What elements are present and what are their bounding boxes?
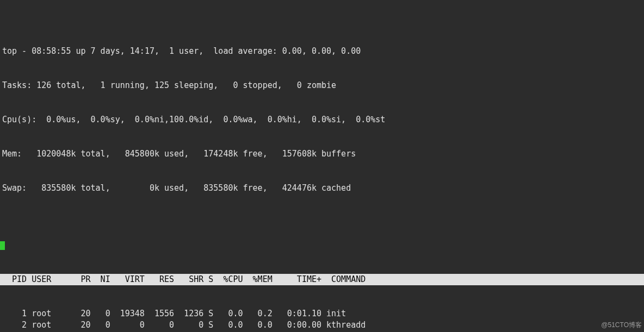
summary-tasks: Tasks: 126 total, 1 running, 125 sleepin… [2,80,644,91]
cursor-icon [0,241,5,250]
summary-mem: Mem: 1020048k total, 845800k used, 17424… [2,148,644,160]
summary-uptime: top - 08:58:55 up 7 days, 14:17, 1 user,… [2,46,644,57]
summary-swap: Swap: 835580k total, 0k used, 835580k fr… [2,183,644,194]
summary-cpu: Cpu(s): 0.0%us, 0.0%sy, 0.0%ni,100.0%id,… [2,114,644,126]
table-row: 1 root 20 0 19348 1556 1236 S 0.0 0.2 0:… [0,308,644,320]
summary-block: top - 08:58:55 up 7 days, 14:17, 1 user,… [0,23,644,217]
table-row: 2 root 20 0 0 0 0 S 0.0 0.0 0:00.00 kthr… [0,320,644,331]
process-table-header: PID USER PR NI VIRT RES SHR S %CPU %MEM … [0,274,644,285]
process-table-body: 1 root 20 0 19348 1556 1236 S 0.0 0.2 0:… [0,308,644,332]
terminal-output[interactable]: top - 08:58:55 up 7 days, 14:17, 1 user,… [0,0,644,332]
watermark-text: @51CTO博客 [601,320,642,331]
input-bar[interactable] [0,240,644,251]
